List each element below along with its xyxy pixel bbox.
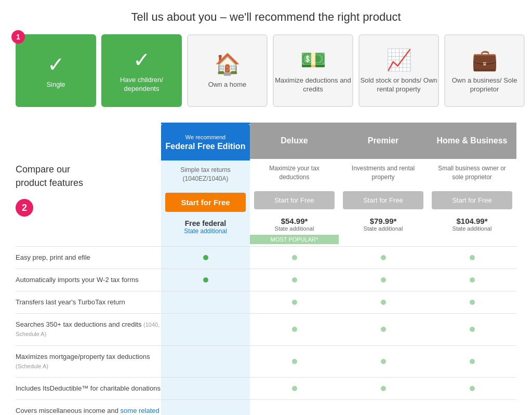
- col-deluxe-header: Deluxe: [250, 123, 339, 159]
- feature-cells-2: [161, 269, 516, 291]
- dot-light-icon: [470, 300, 475, 305]
- deluxe-state-label: State additional: [254, 225, 335, 232]
- feature-text-5: Maximizes mortgage/property tax deductio…: [16, 353, 150, 360]
- feature-text-4: Searches 350+ tax deductions and credits: [16, 320, 143, 328]
- step-badge-1: 1: [11, 30, 25, 44]
- free-price-label: Free federal: [165, 219, 246, 227]
- feature-label-6: Includes ItsDeductible™ for charitable d…: [16, 378, 161, 399]
- col-hb-btn-wrap: Start for Free: [428, 187, 516, 213]
- feature-cell-premier-5: [339, 346, 428, 377]
- dot-light-icon: [381, 359, 386, 364]
- feature-cells-5: [161, 346, 516, 377]
- tile-stocks[interactable]: 📈 Sold stock or bonds/ Own rental proper…: [358, 34, 439, 107]
- dot-light-icon: [292, 255, 297, 260]
- feature-text-6: Includes ItsDeductible™ for charitable d…: [16, 384, 161, 392]
- feature-cells-1: [161, 247, 516, 269]
- feature-cell-hb-1: [428, 247, 516, 269]
- feature-cell-premier-2: [339, 269, 428, 291]
- dot-light-icon: [470, 327, 475, 332]
- tile-children[interactable]: ✓ Have children/ dependents: [101, 34, 182, 107]
- hb-price-label: $104.99*: [432, 217, 512, 225]
- feature-text-1: Easy prep, print and efile: [16, 253, 90, 261]
- chart-icon: 📈: [386, 48, 412, 72]
- start-free-button-hb[interactable]: Start for Free: [432, 191, 512, 209]
- dot-light-icon: [381, 255, 386, 260]
- tile-business[interactable]: 💼 Own a business/ Sole proprietor: [444, 34, 525, 107]
- feature-cell-deluxe-4: [250, 314, 339, 345]
- compare-left: Compare our product features 2: [16, 123, 161, 246]
- empty-icon: [203, 327, 208, 332]
- feature-text-3: Transfers last year's TurboTax return: [16, 298, 125, 306]
- tile-deductions[interactable]: 💵 Maximize deductions and credits: [273, 34, 353, 107]
- dot-light-icon: [470, 386, 475, 391]
- tile-home-label: Own a home: [208, 81, 247, 89]
- feature-cell-deluxe-6: [250, 378, 339, 399]
- feature-cells-3: [161, 291, 516, 313]
- we-recommend-label: We recommend: [185, 134, 225, 140]
- dot-light-icon: [292, 386, 297, 391]
- deluxe-price-label: $54.99*: [254, 217, 335, 225]
- feature-cell-hb-3: [428, 291, 516, 313]
- feature-label-3: Transfers last year's TurboTax return: [16, 291, 161, 313]
- compare-subtitle: product features: [16, 178, 161, 189]
- feature-cell-premier-1: [339, 247, 428, 269]
- col-deluxe: Deluxe Maximize your tax deductions Star…: [250, 123, 339, 246]
- col-premier-desc: Investments and rental property: [339, 159, 428, 187]
- feature-row: Transfers last year's TurboTax return: [16, 291, 516, 313]
- feature-cell-hb-6: [428, 378, 516, 399]
- check-icon-single: ✓: [47, 52, 65, 76]
- empty-icon: [203, 386, 208, 391]
- feature-cell-hb-7: [428, 400, 516, 415]
- start-free-button-deluxe[interactable]: Start for Free: [254, 191, 335, 209]
- feature-cell-premier-7: [339, 400, 428, 415]
- col-premier-btn-wrap: Start for Free: [339, 187, 428, 213]
- feature-cell-free-4: [161, 314, 250, 345]
- feature-label-2: Automatically imports your W-2 tax forms: [16, 269, 161, 291]
- feature-cells-6: [161, 378, 516, 399]
- check-icon-children: ✓: [133, 48, 151, 72]
- feature-row: Searches 350+ tax deductions and credits…: [16, 313, 516, 345]
- start-free-button-premier[interactable]: Start for Free: [343, 191, 423, 209]
- badge2-wrap: 2: [16, 199, 161, 217]
- col-premier-name: Premier: [368, 136, 399, 145]
- feature-cell-free-6: [161, 378, 250, 399]
- dot-light-icon: [292, 359, 297, 364]
- dot-light-icon: [381, 277, 386, 283]
- briefcase-icon: 💼: [472, 48, 498, 72]
- col-hb-header: Home & Business: [428, 123, 516, 159]
- dot-light-icon: [470, 359, 475, 364]
- tile-deductions-label: Maximize deductions and credits: [274, 76, 352, 94]
- tile-home[interactable]: 🏠 Own a home: [187, 34, 268, 107]
- compare-section: Compare our product features 2 We recomm…: [16, 123, 516, 246]
- feature-cell-premier-3: [339, 291, 428, 313]
- premier-price-label: $79.99*: [343, 217, 423, 225]
- premier-state-label: State additional: [343, 225, 423, 232]
- page: Tell us about you – we'll recommend the …: [0, 0, 532, 415]
- feature-cell-free-1: [161, 247, 250, 269]
- empty-icon: [203, 359, 208, 364]
- tile-single-label: Single: [46, 81, 65, 89]
- compare-columns: We recommend Federal Free Edition Simple…: [161, 123, 516, 246]
- tile-children-label: Have children/ dependents: [102, 76, 181, 93]
- dot-light-icon: [470, 255, 475, 260]
- tile-business-label: Own a business/ Sole proprietor: [445, 76, 524, 94]
- dot-icon: [203, 277, 208, 283]
- tiles-row: 1 ✓ Single ✓ Have children/ dependents 🏠…: [16, 34, 516, 107]
- free-state-label: State additional: [165, 227, 246, 235]
- feature-cell-deluxe-3: [250, 291, 339, 313]
- dot-light-icon: [381, 386, 386, 391]
- tile-stocks-label: Sold stock or bonds/ Own rental property: [360, 76, 438, 94]
- col-premier-header: Premier: [339, 123, 428, 159]
- col-deluxe-price: $54.99* State additional: [250, 213, 339, 235]
- feature-label-7: Covers miscellaneous income and some rel…: [16, 400, 161, 415]
- feature-cell-deluxe-1: [250, 247, 339, 269]
- col-free-header: We recommend Federal Free Edition: [161, 124, 250, 160]
- tile-single[interactable]: 1 ✓ Single: [16, 34, 96, 107]
- col-hb-price: $104.99* State additional: [428, 213, 516, 235]
- feature-row: Easy prep, print and efile: [16, 246, 516, 269]
- start-free-button-free[interactable]: Start for Free: [165, 193, 246, 212]
- col-home-business: Home & Business Small business owner or …: [428, 123, 516, 246]
- dot-light-icon: [470, 277, 475, 283]
- feature-cell-deluxe-7: [250, 400, 339, 415]
- feature-cell-free-7: [161, 400, 250, 415]
